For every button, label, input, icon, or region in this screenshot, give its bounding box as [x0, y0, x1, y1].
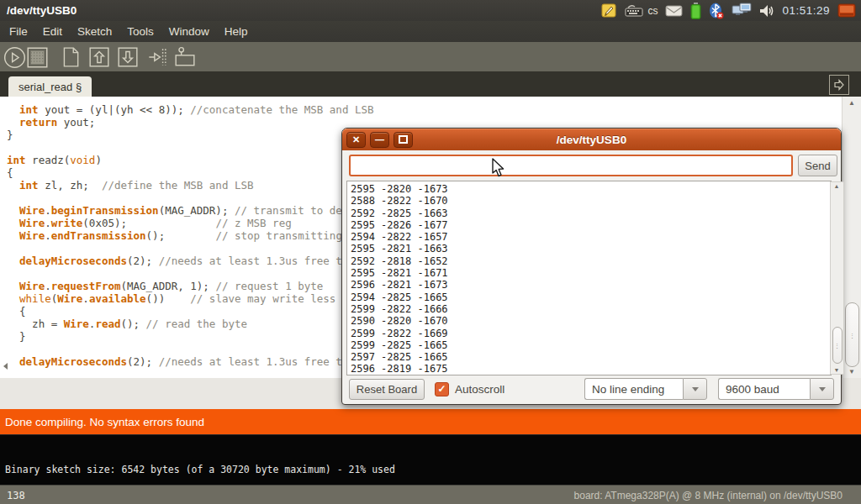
console-output: Binary sketch size: 6542 bytes (of a 307… — [5, 464, 395, 475]
window-title: /dev/ttyUSB0 — [0, 4, 77, 17]
scroll-down-icon[interactable]: ▼ — [843, 368, 861, 375]
code-line: int readz(void) — [7, 154, 374, 166]
code-line — [7, 343, 374, 355]
code-line: return yout; — [7, 116, 374, 129]
tab-bar: serial_read § — [0, 71, 861, 97]
menu-sketch[interactable]: Sketch — [70, 23, 119, 40]
code-line: Wire.endTransmission(); // stop transmit… — [7, 229, 374, 242]
serial-line: 2592 -2825 -1663 — [351, 207, 448, 219]
code-line: } — [7, 330, 374, 343]
autoscroll-label: Autoscroll — [455, 383, 504, 396]
mail-icon[interactable] — [665, 2, 683, 20]
code-line: zh = Wire.read(); // read the byte — [7, 318, 374, 330]
new-sketch-button[interactable] — [59, 46, 82, 69]
serial-line: 2592 -2818 -1652 — [351, 255, 448, 267]
build-console[interactable]: Binary sketch size: 6542 bytes (of a 307… — [0, 434, 861, 486]
serial-line: 2596 -2821 -1673 — [351, 279, 448, 291]
code-line: { — [7, 166, 374, 179]
stop-button[interactable] — [26, 46, 49, 69]
top-panel: /dev/ttyUSB0 cs 01:51: — [0, 0, 861, 21]
minimize-button[interactable]: — — [370, 132, 389, 148]
bluetooth-icon[interactable] — [709, 2, 724, 20]
tab-menu-button[interactable] — [829, 75, 849, 95]
chevron-down-icon — [692, 387, 699, 391]
code-line: delayMicroseconds(2); //needs at least 1… — [7, 255, 374, 267]
serial-line: 2599 -2825 -1665 — [351, 339, 448, 351]
serial-line: 2594 -2825 -1665 — [351, 291, 448, 303]
open-button[interactable] — [87, 46, 110, 69]
code-line: while(Wire.available()) // slave may wri… — [7, 292, 374, 305]
cursor-line-number: 138 — [0, 490, 25, 501]
serial-monitor-window[interactable]: /dev/ttyUSB0 ✕ — Send 2595 -2820 -167325… — [341, 128, 842, 405]
network-icon[interactable] — [732, 2, 752, 20]
autoscroll-checkbox[interactable]: ✓ — [435, 382, 449, 396]
scroll-up-icon[interactable]: ▲ — [843, 99, 861, 107]
serial-line: 2599 -2822 -1669 — [351, 328, 448, 339]
editor-vertical-scrollbar[interactable]: ▲ ⋮ ▼ — [842, 97, 861, 378]
serial-output-area[interactable]: 2595 -2820 -16732588 -2822 -16702592 -28… — [346, 181, 832, 375]
serial-input-row: Send — [342, 150, 841, 181]
save-button[interactable] — [116, 46, 139, 69]
clock[interactable]: 01:51:29 — [782, 4, 830, 17]
code-line: } — [7, 129, 374, 141]
line-ending-value: No line ending — [584, 378, 683, 400]
code-line: int yout = (yl|(yh << 8)); //concatenate… — [7, 103, 374, 116]
serial-monitor-title: /dev/ttyUSB0 — [342, 134, 841, 146]
toolbar — [0, 42, 861, 71]
code-text: int yout = (yl|(yh << 8)); //concatenate… — [7, 103, 374, 368]
code-line: int zl, zh; //define the MSB and LSB — [7, 179, 374, 192]
serial-scrollbar[interactable]: ▲ ⋮ ▼ — [830, 181, 844, 375]
code-line: Wire.write(0x05); // z MSB reg — [7, 217, 374, 229]
close-button[interactable]: ✕ — [346, 132, 366, 148]
code-line — [7, 141, 374, 154]
menu-tools[interactable]: Tools — [119, 23, 161, 40]
screen: /dev/ttyUSB0 cs 01:51: — [0, 0, 861, 504]
volume-icon[interactable] — [759, 2, 774, 20]
code-line: Wire.beginTransmission(MAG_ADDR); // tra… — [7, 204, 374, 217]
scroll-up-icon[interactable]: ▲ — [831, 183, 843, 189]
serial-monitor-button[interactable] — [173, 46, 196, 69]
menu-file[interactable]: File — [2, 23, 35, 40]
menu-help[interactable]: Help — [217, 23, 256, 40]
serial-scroll-thumb[interactable]: ⋮ — [832, 327, 843, 364]
serial-line: 2594 -2822 -1657 — [351, 231, 448, 243]
keyboard-layout-icon[interactable] — [625, 2, 643, 20]
serial-line: 2595 -2821 -1671 — [351, 267, 448, 279]
menu-edit[interactable]: Edit — [35, 23, 70, 40]
serial-line: 2588 -2822 -1670 — [351, 195, 448, 207]
line-ending-dropdown-button[interactable] — [683, 378, 707, 400]
code-line — [7, 192, 374, 204]
maximize-button[interactable] — [394, 132, 413, 148]
serial-output-text: 2595 -2820 -16732588 -2822 -16702592 -28… — [351, 183, 448, 375]
verify-button[interactable] — [3, 46, 26, 69]
serial-line: 2595 -2820 -1673 — [351, 183, 448, 195]
code-line: { — [7, 305, 374, 318]
session-icon[interactable] — [837, 2, 856, 20]
code-line — [7, 267, 374, 280]
note-icon[interactable] — [601, 2, 617, 20]
code-line: Wire.requestFrom(MAG_ADDR, 1); // reques… — [7, 280, 374, 292]
compile-status-message: Done compiling. No syntax errors found — [0, 416, 204, 428]
serial-monitor-titlebar[interactable]: /dev/ttyUSB0 ✕ — — [342, 129, 841, 150]
serial-line: 2595 -2821 -1663 — [351, 243, 448, 255]
baud-rate-value: 9600 baud — [718, 378, 810, 400]
reset-board-button[interactable]: Reset Board — [349, 379, 425, 400]
scroll-down-icon[interactable]: ▼ — [831, 367, 843, 373]
send-button[interactable]: Send — [798, 155, 837, 176]
battery-icon[interactable] — [690, 2, 701, 20]
system-tray: cs 01:51:29 — [601, 0, 861, 21]
line-ending-select[interactable]: No line ending — [584, 378, 707, 400]
serial-line: 2595 -2826 -1677 — [351, 219, 448, 231]
menu-window[interactable]: Window — [161, 23, 217, 40]
chevron-down-icon — [819, 387, 826, 391]
editor-scroll-thumb[interactable]: ⋮ — [845, 302, 859, 367]
upload-button[interactable] — [145, 46, 167, 69]
serial-input[interactable] — [349, 155, 793, 176]
baud-rate-select[interactable]: 9600 baud — [718, 378, 834, 400]
hscroll-left-arrow-icon[interactable] — [3, 363, 8, 370]
keyboard-layout-label[interactable]: cs — [647, 5, 658, 17]
tab-serial-read[interactable]: serial_read § — [8, 76, 92, 97]
serial-monitor-controls: Reset Board ✓ Autoscroll No line ending … — [342, 374, 841, 404]
baud-dropdown-button[interactable] — [810, 378, 834, 400]
board-info: board: ATmega328P(A) @ 8 MHz (internal) … — [574, 490, 861, 501]
